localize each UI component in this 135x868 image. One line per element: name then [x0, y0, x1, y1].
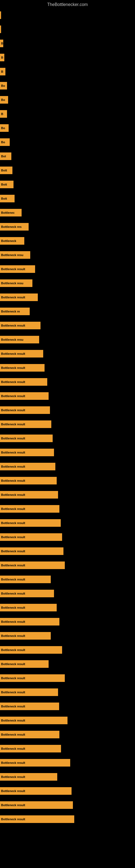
- site-title: TheBottlenecker.com: [0, 0, 135, 8]
- bar-row: Bottleneck result: [0, 530, 135, 544]
- bar-label: B: [1, 56, 3, 59]
- bar-row: Bottleneck result: [0, 784, 135, 798]
- bar: Bottlenec: [0, 209, 21, 216]
- bar: Bottleneck result: [0, 350, 43, 358]
- bar: B: [0, 110, 7, 118]
- bar-label: Bottleneck result: [1, 408, 25, 412]
- bar: Bottleneck result: [0, 322, 41, 329]
- bar: Bottleneck result: [0, 293, 38, 301]
- bar: Bottleneck resu: [0, 279, 32, 287]
- bar: [0, 26, 1, 33]
- bar-label: Bottleneck res: [1, 225, 21, 228]
- bar-label: Bottleneck result: [1, 677, 25, 680]
- bar-label: Bottleneck result: [1, 662, 25, 665]
- bar-label: Bottleneck result: [1, 394, 25, 398]
- bar-row: Bottleneck result: [0, 474, 135, 488]
- bar: B: [0, 54, 4, 61]
- bar-row: Bottleneck result: [0, 389, 135, 403]
- bar-row: Bottleneck result: [0, 685, 135, 699]
- bar: Bott: [0, 195, 14, 203]
- bar: Bo: [0, 138, 10, 146]
- bar-row: Bottleneck result: [0, 600, 135, 615]
- bar-row: Bott: [0, 163, 135, 177]
- bar-label: Bott: [1, 169, 7, 172]
- bar-row: Bottleneck result: [0, 403, 135, 417]
- bar-row: Bottlenec: [0, 206, 135, 220]
- bar-row: Bottleneck result: [0, 445, 135, 460]
- bar-label: Bottleneck result: [1, 437, 25, 440]
- bar-label: Bottleneck result: [1, 479, 25, 482]
- bar-row: Bottleneck result: [0, 502, 135, 516]
- bar: [0, 11, 1, 19]
- bar: Bottleneck result: [0, 561, 65, 569]
- bar-row: Bottleneck result: [0, 361, 135, 375]
- bar-row: Bottleneck result: [0, 798, 135, 812]
- bar: Bottleneck result: [0, 646, 62, 654]
- bar-label: Bottleneck result: [1, 550, 25, 553]
- bar: Bottleneck: [0, 237, 24, 245]
- bar: Bottleneck result: [0, 632, 51, 640]
- bar-row: Bot: [0, 149, 135, 163]
- bar-label: Bottleneck result: [1, 705, 25, 708]
- bar-label: Bottleneck result: [1, 606, 25, 609]
- bar: Bottleneck result: [0, 604, 57, 611]
- bar-label: Bottleneck result: [1, 620, 25, 623]
- bar-label: Bo: [1, 84, 5, 87]
- bar-label: Bottleneck result: [1, 268, 25, 271]
- bar-row: Bottleneck result: [0, 375, 135, 389]
- bar-label: Bottleneck resu: [1, 253, 24, 257]
- bar-row: Bottleneck result: [0, 812, 135, 826]
- bar-label: Bottleneck result: [1, 592, 25, 595]
- bar-row: Bott: [0, 177, 135, 191]
- bar-row: Bottleneck resu: [0, 276, 135, 290]
- bar-row: Bottleneck re: [0, 304, 135, 318]
- bar: B: [0, 68, 5, 75]
- bar-row: [0, 22, 135, 36]
- bar-label: Bottleneck result: [1, 761, 25, 764]
- bar-row: Bottleneck result: [0, 657, 135, 671]
- bar-row: Bottleneck result: [0, 699, 135, 713]
- bar-label: Bottleneck resu: [1, 338, 24, 341]
- bar: Bottleneck result: [0, 448, 54, 456]
- bar: Bottleneck resu: [0, 251, 30, 259]
- bar-row: Bottleneck result: [0, 586, 135, 600]
- bar: Bottleneck result: [0, 547, 63, 555]
- bar-label: B: [1, 70, 3, 73]
- bar-row: Bottleneck result: [0, 615, 135, 629]
- bar-row: Bottleneck result: [0, 262, 135, 276]
- bar-row: Bott: [0, 191, 135, 206]
- bar-row: B: [0, 65, 135, 79]
- bar-label: Bottleneck result: [1, 352, 25, 355]
- bar-label: Bottleneck result: [1, 648, 25, 652]
- bar: Bottleneck result: [0, 364, 45, 372]
- bar-row: Bo: [0, 93, 135, 107]
- bar: Bottleneck result: [0, 717, 68, 724]
- bar-row: Bo: [0, 121, 135, 135]
- bar-row: Bottleneck result: [0, 347, 135, 361]
- bar: Bottleneck result: [0, 745, 61, 752]
- bar-label: Bottleneck re: [1, 310, 20, 313]
- bar: Bottleneck result: [0, 773, 57, 781]
- bar-row: Bottleneck: [0, 234, 135, 248]
- bar: Bottleneck res: [0, 223, 29, 230]
- bar: Bo: [0, 82, 7, 90]
- bar: Bottleneck result: [0, 731, 59, 738]
- bar: Bottleneck result: [0, 688, 58, 696]
- bar-label: Bottleneck result: [1, 507, 25, 510]
- bar-label: Bottleneck result: [1, 578, 25, 581]
- bar-row: Bottleneck resu: [0, 248, 135, 262]
- bar-label: Bottleneck result: [1, 380, 25, 383]
- bar: Bo: [0, 124, 9, 132]
- bar-label: Bottlenec: [1, 211, 14, 214]
- bar-row: Bottleneck result: [0, 558, 135, 572]
- bar-label: Bottleneck: [1, 239, 16, 243]
- bar-label: Bottleneck result: [1, 789, 25, 793]
- bar: Bottleneck resu: [0, 336, 39, 343]
- bar-label: Bottleneck result: [1, 493, 25, 496]
- bar-label: Bottleneck result: [1, 535, 25, 539]
- bar: Bottleneck result: [0, 759, 70, 767]
- bar-label: Bo: [1, 126, 5, 130]
- bar-label: Bottleneck result: [1, 634, 25, 638]
- bar-row: Bottleneck result: [0, 643, 135, 657]
- bar-row: Bottleneck resu: [0, 333, 135, 347]
